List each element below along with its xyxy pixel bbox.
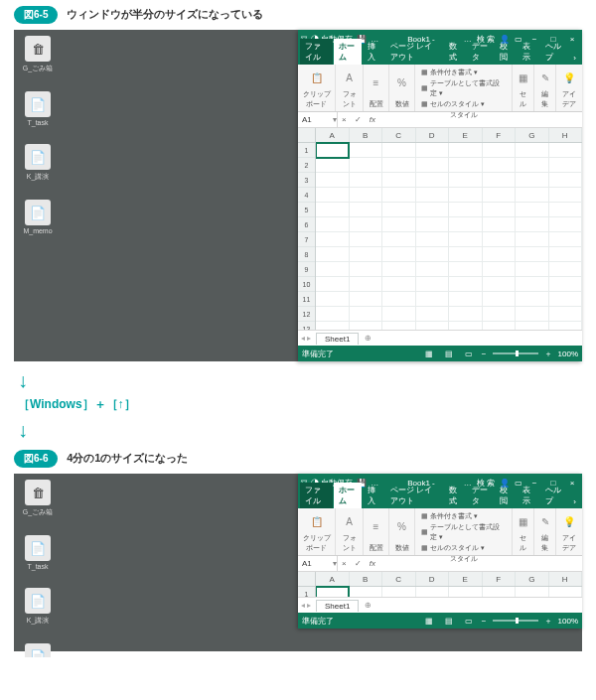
desktop-icon[interactable]: 📄K_講演: [20, 588, 56, 626]
ribbon-tab[interactable]: データ: [467, 483, 495, 508]
view-mode-button[interactable]: ▦: [422, 617, 436, 626]
view-mode-button[interactable]: ▭: [462, 350, 476, 358]
font-icon[interactable]: A: [340, 510, 359, 533]
cell[interactable]: [416, 217, 449, 232]
cell[interactable]: [316, 232, 349, 247]
sheet-nav-icon[interactable]: ◂ ▸: [301, 334, 311, 343]
cell[interactable]: [382, 158, 415, 173]
cell[interactable]: [483, 587, 516, 597]
cell[interactable]: [483, 322, 516, 330]
styles-item[interactable]: ▦条件付き書式 ▾: [421, 68, 506, 77]
cell[interactable]: [549, 232, 582, 247]
ribbon-tab[interactable]: ページ レイアウト: [385, 483, 443, 508]
number-icon[interactable]: %: [393, 67, 410, 99]
cell[interactable]: [416, 173, 449, 188]
cell[interactable]: [449, 173, 482, 188]
ribbon-tab[interactable]: ホーム: [334, 39, 362, 65]
cell[interactable]: [382, 173, 415, 188]
column-header[interactable]: D: [416, 572, 450, 586]
cell[interactable]: [350, 322, 382, 330]
cell[interactable]: [382, 217, 415, 232]
chevron-down-icon[interactable]: ▾: [333, 559, 337, 568]
desktop-icon[interactable]: 📄M_memo: [20, 643, 56, 657]
font-icon[interactable]: A: [340, 67, 359, 89]
fx-icon[interactable]: fx: [366, 115, 379, 124]
cell[interactable]: [416, 262, 449, 277]
cell[interactable]: [516, 322, 548, 330]
enter-icon[interactable]: ✓: [351, 559, 366, 568]
paste-icon[interactable]: 📋: [302, 510, 331, 533]
cell[interactable]: [316, 217, 349, 232]
column-header[interactable]: E: [449, 128, 483, 142]
cell[interactable]: [549, 307, 582, 322]
cell[interactable]: [416, 322, 449, 330]
cell[interactable]: [549, 277, 582, 292]
cell[interactable]: [350, 247, 382, 262]
cell[interactable]: [316, 587, 349, 597]
cell[interactable]: [549, 143, 582, 158]
cell[interactable]: [549, 203, 582, 217]
row-header[interactable]: 2: [298, 158, 315, 173]
cell[interactable]: [316, 173, 349, 188]
cell[interactable]: [350, 158, 382, 173]
cell[interactable]: [382, 247, 415, 262]
cell[interactable]: [350, 292, 382, 307]
ideas-icon[interactable]: 💡: [560, 510, 578, 533]
name-box[interactable]: A1 ▾: [298, 112, 338, 127]
column-header[interactable]: H: [549, 572, 583, 586]
desktop-icon[interactable]: 📄M_memo: [20, 200, 56, 234]
cell[interactable]: [382, 143, 415, 158]
zoom-level[interactable]: 100%: [558, 350, 578, 358]
ribbon-tab[interactable]: ページ レイアウト: [385, 39, 443, 65]
number-icon[interactable]: %: [393, 510, 410, 543]
collapse-ribbon-icon[interactable]: ›: [568, 495, 582, 508]
cell[interactable]: [382, 307, 415, 322]
cell[interactable]: [483, 143, 516, 158]
column-header[interactable]: E: [449, 572, 483, 586]
column-header[interactable]: B: [350, 572, 383, 586]
cell[interactable]: [449, 322, 482, 330]
cell[interactable]: [483, 292, 516, 307]
column-header[interactable]: C: [382, 128, 416, 142]
view-mode-button[interactable]: ▭: [462, 617, 476, 626]
cell[interactable]: [416, 587, 449, 597]
cell[interactable]: [483, 307, 516, 322]
cell[interactable]: [449, 292, 482, 307]
cell[interactable]: [516, 217, 548, 232]
cells-icon[interactable]: ▦: [517, 67, 529, 89]
view-mode-button[interactable]: ▦: [422, 350, 436, 358]
cell[interactable]: [549, 247, 582, 262]
cell[interactable]: [350, 307, 382, 322]
cell[interactable]: [350, 232, 382, 247]
cell[interactable]: [350, 262, 382, 277]
align-icon[interactable]: ≡: [368, 510, 384, 543]
cell[interactable]: [350, 143, 382, 158]
cell[interactable]: [316, 158, 349, 173]
cell[interactable]: [516, 292, 548, 307]
row-header[interactable]: 5: [298, 203, 315, 217]
cell[interactable]: [382, 292, 415, 307]
sheet-nav-icon[interactable]: ◂ ▸: [301, 601, 311, 610]
cell[interactable]: [449, 587, 482, 597]
ribbon-tab[interactable]: 表示: [518, 39, 539, 65]
cell[interactable]: [483, 262, 516, 277]
cell[interactable]: [316, 292, 349, 307]
cell[interactable]: [382, 322, 415, 330]
ribbon-tab[interactable]: ファイル: [300, 483, 333, 508]
cell[interactable]: [416, 292, 449, 307]
new-sheet-button[interactable]: ⊕: [365, 601, 372, 610]
cell[interactable]: [549, 292, 582, 307]
cell[interactable]: [483, 277, 516, 292]
cell[interactable]: [449, 143, 482, 158]
cell[interactable]: [516, 143, 548, 158]
name-box[interactable]: A1 ▾: [298, 556, 338, 571]
ribbon-tab[interactable]: 校閲: [495, 39, 517, 65]
cell[interactable]: [449, 307, 482, 322]
cell[interactable]: [483, 203, 516, 217]
column-header[interactable]: A: [316, 572, 350, 586]
cell[interactable]: [449, 262, 482, 277]
cell[interactable]: [316, 143, 349, 158]
cell[interactable]: [483, 217, 516, 232]
cell[interactable]: [549, 188, 582, 203]
column-header[interactable]: H: [549, 128, 583, 142]
